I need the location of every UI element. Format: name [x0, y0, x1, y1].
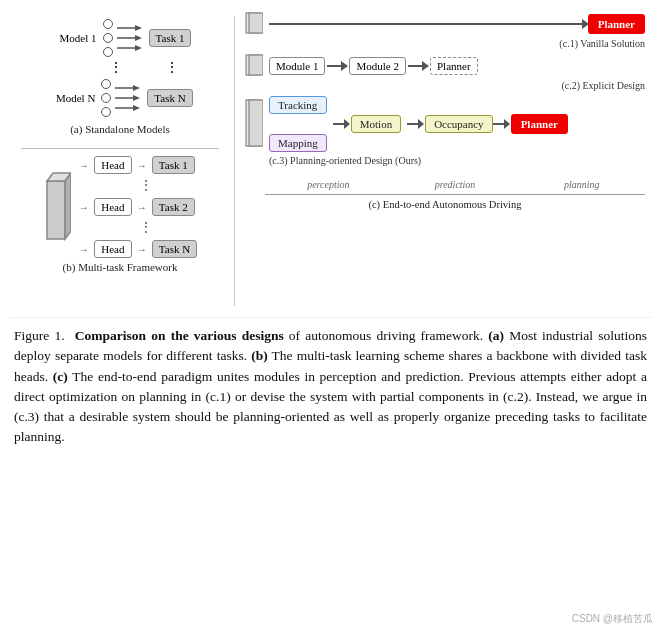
c2-module2-box: Module 2 — [349, 57, 405, 75]
label-perception: perception — [265, 174, 392, 197]
head-box-N: Head — [94, 240, 132, 258]
node-circle — [101, 107, 111, 117]
taskN-box: Task N — [147, 89, 192, 107]
node-circle — [101, 93, 111, 103]
svg-marker-14 — [65, 173, 71, 239]
standalone-section: Model 1 Task 1 — [10, 12, 230, 139]
standalone-caption: (a) Standalone Models — [70, 123, 170, 135]
fig-c-bold: (c) — [53, 369, 68, 384]
bottom-labels-row: perception prediction planning — [245, 174, 645, 197]
head-task-row-2: → Head → Task 2 — [79, 198, 197, 216]
c2-module1-box: Module 1 — [269, 57, 325, 75]
head-task-row-N: → Head → Task N — [79, 240, 197, 258]
c3-left-modules: Tracking Mapping — [269, 96, 327, 152]
mt-task1-box: Task 1 — [152, 156, 195, 174]
backbone-svg — [43, 167, 71, 247]
c2-arrow1 — [327, 65, 347, 67]
task1-box: Task 1 — [149, 29, 192, 47]
svg-rect-12 — [47, 181, 65, 239]
c3-caption: (c.3) Planning-oriented Design (Ours) — [269, 155, 645, 166]
modelN-label: Model N — [47, 92, 95, 104]
backbone-shape — [43, 167, 71, 247]
modelN-row: Model N Task N — [47, 78, 192, 118]
left-panel: Model 1 Task 1 — [10, 8, 230, 313]
vertical-divider — [234, 16, 235, 306]
c2-doc-icon — [245, 54, 263, 78]
head-box-2: Head — [94, 198, 132, 216]
fig-text4: The end-to-end paradigm unites modules i… — [14, 369, 647, 445]
c1-row: Planner (c.1) Vanilla Solution — [245, 12, 645, 36]
right-panel: Planner (c.1) Vanilla Solution Module 1 … — [239, 8, 651, 313]
svg-marker-3 — [135, 35, 142, 41]
svg-rect-20 — [249, 100, 263, 146]
c1-caption: (c.1) Vanilla Solution — [559, 38, 645, 49]
model1-row: Model 1 Task 1 — [49, 18, 192, 58]
c3-section: Tracking Mapping Motion — [245, 96, 645, 166]
fig-text1: of autonomous driving framework. — [284, 328, 489, 343]
perception-line — [265, 194, 392, 195]
c3-arrowhead-right — [504, 119, 510, 129]
c2-arrow2 — [408, 65, 428, 67]
c3-arrowhead-mid — [418, 119, 424, 129]
c2-caption: (c.2) Explicit Design — [561, 80, 645, 91]
mt-task2-box: Task 2 — [152, 198, 195, 216]
c1-planner-box: Planner — [588, 14, 645, 34]
dots-row: ⋮ ⋮ — [109, 61, 179, 75]
label-prediction: prediction — [392, 174, 519, 197]
c3-arrow-left — [333, 123, 349, 125]
multitask-section: → Head → Task 1 ⋮ → Head → Task 2 — [10, 152, 230, 277]
c3-center-col: Motion — [351, 115, 401, 133]
right-main-caption: (c) End-to-end Autonomous Driving — [245, 199, 645, 210]
arrows-svg — [117, 23, 147, 53]
model1-label: Model 1 — [49, 32, 97, 44]
fig-number: Figure 1. — [14, 328, 65, 343]
svg-marker-9 — [133, 95, 140, 101]
dots-mt2: ⋮ — [139, 221, 197, 235]
c1-arrowhead — [582, 19, 589, 29]
node-circle — [103, 19, 113, 29]
head-box-1: Head — [94, 156, 132, 174]
multitask-inner: → Head → Task 1 ⋮ → Head → Task 2 — [43, 156, 197, 258]
h-divider — [21, 148, 219, 149]
planning-line — [518, 194, 645, 195]
c1-doc-icon — [245, 12, 263, 36]
watermark: CSDN @移植苦瓜 — [572, 612, 653, 626]
tiny-spacer — [403, 123, 405, 125]
c2-row: Module 1 Module 2 Planner (c.2) Explicit… — [245, 54, 645, 78]
label-planning: planning — [518, 174, 645, 197]
svg-rect-16 — [249, 13, 263, 33]
c3-arrowhead-left — [344, 119, 350, 129]
svg-marker-7 — [133, 85, 140, 91]
multitask-heads-tasks: → Head → Task 1 ⋮ → Head → Task 2 — [79, 156, 197, 258]
mapping-box: Mapping — [269, 134, 327, 152]
motion-box: Motion — [351, 115, 401, 133]
c2-planner-box: Planner — [430, 57, 478, 75]
head-task-row-1: → Head → Task 1 — [79, 156, 197, 174]
c3-planner-box: Planner — [511, 114, 568, 134]
c3-row: Tracking Mapping Motion — [245, 96, 645, 152]
c3-arrow-mid — [407, 123, 423, 125]
fig-bold-part: Comparison on the various designs — [75, 328, 284, 343]
occupancy-box: Occupancy — [425, 115, 492, 133]
c1-arrow-line — [269, 23, 588, 25]
node-circle — [103, 47, 113, 57]
svg-marker-5 — [135, 45, 142, 51]
arrows-svg-n — [115, 83, 145, 113]
svg-rect-18 — [249, 55, 263, 75]
tracking-box: Tracking — [269, 96, 327, 114]
fig-b-bold: (b) — [251, 348, 268, 363]
head-task-list: → Head → Task 1 ⋮ → Head → Task 2 — [79, 156, 197, 258]
mt-taskN-box: Task N — [152, 240, 197, 258]
diagram-section: Model 1 Task 1 — [10, 8, 651, 318]
svg-marker-11 — [133, 105, 140, 111]
main-container: Model 1 Task 1 — [0, 0, 661, 460]
figure-caption: Figure 1. Comparison on the various desi… — [10, 318, 651, 452]
prediction-line — [392, 194, 519, 195]
svg-marker-1 — [135, 25, 142, 31]
c3-arrow-right — [493, 123, 509, 125]
c3-doc-icon — [245, 99, 263, 149]
fig-a-bold: (a) — [488, 328, 504, 343]
multitask-caption: (b) Multi-task Framework — [63, 261, 178, 273]
node-circle — [103, 33, 113, 43]
dots-mt: ⋮ — [139, 179, 197, 193]
